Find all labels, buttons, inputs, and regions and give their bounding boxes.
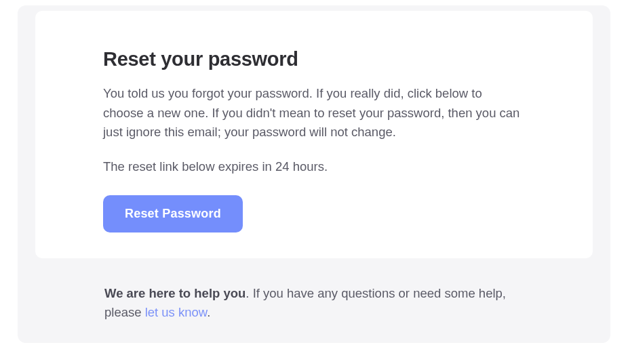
email-container: Reset your password You told us you forg… [18,5,610,343]
content-card: Reset your password You told us you forg… [35,11,593,258]
intro-paragraph: You told us you forgot your password. If… [103,84,525,142]
footer-strong-text: We are here to help you [104,286,246,300]
footer-text: We are here to help you. If you have any… [104,284,524,323]
page-title: Reset your password [103,48,525,70]
reset-password-button[interactable]: Reset Password [103,195,243,232]
footer-text-after: . [207,305,210,319]
expire-notice: The reset link below expires in 24 hours… [103,157,525,176]
footer-section: We are here to help you. If you have any… [18,258,610,323]
contact-link[interactable]: let us know [145,305,208,319]
